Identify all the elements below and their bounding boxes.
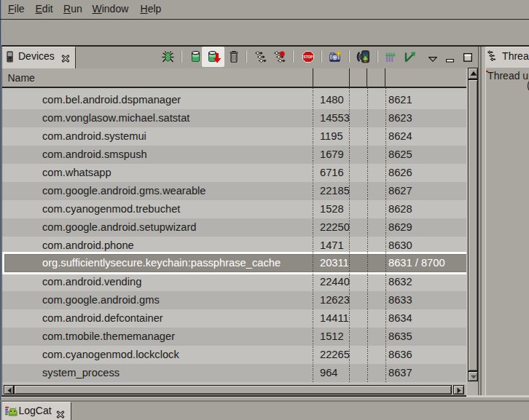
svg-text:STOP: STOP	[303, 55, 313, 59]
